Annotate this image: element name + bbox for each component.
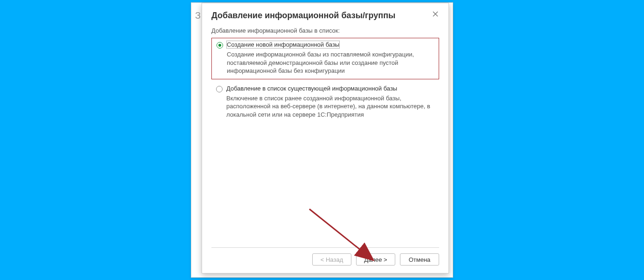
next-button[interactable]: Далее > (356, 253, 395, 266)
dialog-body: Добавление информационной базы в список:… (202, 27, 448, 247)
dialog-title: Добавление информационной базы/группы (211, 11, 395, 21)
option-desc-create-new: Создание информационной базы из поставля… (227, 50, 434, 75)
option-create-new[interactable]: Создание новой информационной базы Созда… (211, 38, 439, 79)
background-title-fragment: З (195, 10, 201, 21)
dialog-footer: < Назад Далее > Отмена (211, 247, 439, 273)
radio-create-new[interactable] (217, 42, 223, 49)
close-icon[interactable] (432, 11, 439, 18)
cancel-button[interactable]: Отмена (400, 253, 439, 266)
radio-label-create-new: Создание новой информационной базы (227, 41, 339, 48)
background-window: З Добавление информационной базы/группы … (191, 2, 453, 278)
option-add-existing[interactable]: Добавление в список существующей информа… (211, 82, 439, 123)
back-button[interactable]: < Назад (312, 253, 351, 266)
dialog-header: Добавление информационной базы/группы (202, 3, 448, 27)
radio-label-add-existing: Добавление в список существующей информа… (226, 85, 397, 92)
add-infobase-dialog: Добавление информационной базы/группы До… (202, 3, 449, 273)
section-label: Добавление информационной базы в список: (211, 27, 439, 34)
radio-add-existing[interactable] (216, 86, 223, 92)
option-desc-add-existing: Включение в список ранее созданной инфор… (226, 94, 434, 119)
